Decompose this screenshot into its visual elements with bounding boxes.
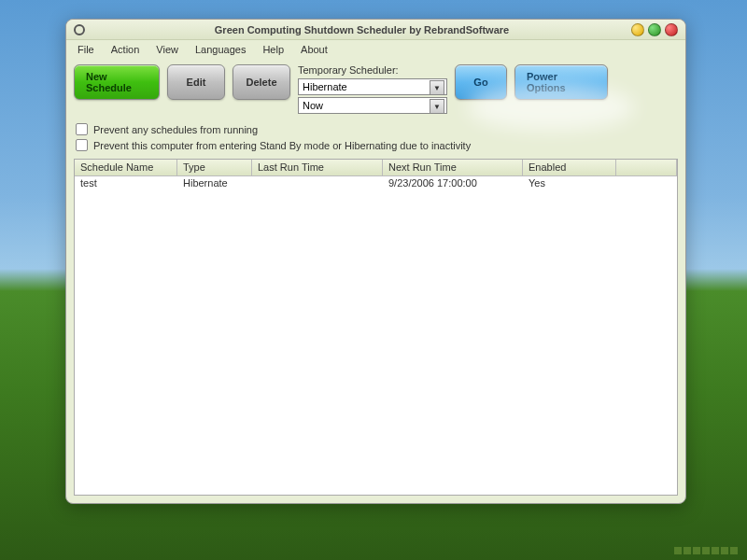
titlebar[interactable]: Green Computing Shutdown Scheduler by Re… [66,20,685,40]
minimize-button[interactable] [631,23,644,36]
app-window: Green Computing Shutdown Scheduler by Re… [65,19,686,504]
cell-enabled: Yes [523,176,616,192]
col-next-run[interactable]: Next Run Time [383,160,523,175]
power-options-button[interactable]: Power Options [514,64,608,100]
prevent-all-label: Prevent any schedules from running [93,124,258,135]
cell-next: 9/23/2006 17:00:00 [383,176,523,192]
toolbar: New Schedule Edit Delete Temporary Sched… [66,59,685,119]
window-title: Green Computing Shutdown Scheduler by Re… [92,24,631,35]
menu-help[interactable]: Help [255,42,291,57]
window-controls [631,23,678,36]
temp-when-value: Now [303,100,323,111]
temporary-scheduler: Temporary Scheduler: Hibernate Now [298,64,447,114]
cell-name: test [75,176,177,192]
delete-button[interactable]: Delete [233,64,290,100]
close-button[interactable] [665,23,678,36]
go-button[interactable]: Go [455,64,507,100]
prevent-standby-checkbox[interactable] [76,139,88,151]
prevent-standby-label: Prevent this computer from entering Stan… [93,140,471,151]
prevent-standby-row: Prevent this computer from entering Stan… [76,139,676,151]
schedule-table: Schedule Name Type Last Run Time Next Ru… [74,159,678,496]
col-schedule-name[interactable]: Schedule Name [75,160,177,175]
menu-view[interactable]: View [148,42,186,57]
decorative-squares [674,547,738,554]
table-header: Schedule Name Type Last Run Time Next Ru… [75,160,677,176]
menu-file[interactable]: File [70,42,102,57]
menu-languages[interactable]: Languages [188,42,253,57]
cell-type: Hibernate [177,176,252,192]
desktop-wallpaper: Green Computing Shutdown Scheduler by Re… [0,0,747,560]
new-schedule-button[interactable]: New Schedule [74,64,160,100]
maximize-button[interactable] [648,23,661,36]
table-body[interactable]: test Hibernate 9/23/2006 17:00:00 Yes [75,176,677,495]
col-enabled[interactable]: Enabled [523,160,616,175]
table-row[interactable]: test Hibernate 9/23/2006 17:00:00 Yes [75,176,677,192]
cell-last [252,176,383,192]
temp-scheduler-label: Temporary Scheduler: [298,64,447,76]
temp-action-select[interactable]: Hibernate [298,78,447,95]
menubar: File Action View Languages Help About [66,40,685,59]
app-icon [74,24,85,35]
col-spacer [616,160,677,175]
col-type[interactable]: Type [177,160,252,175]
menu-action[interactable]: Action [104,42,148,57]
prevent-all-checkbox[interactable] [76,123,88,135]
col-last-run[interactable]: Last Run Time [252,160,383,175]
edit-button[interactable]: Edit [167,64,225,100]
menu-about[interactable]: About [293,42,335,57]
temp-when-select[interactable]: Now [298,97,447,114]
prevent-all-row: Prevent any schedules from running [76,123,676,135]
options-panel: Prevent any schedules from running Preve… [66,119,685,159]
temp-action-value: Hibernate [303,81,347,92]
